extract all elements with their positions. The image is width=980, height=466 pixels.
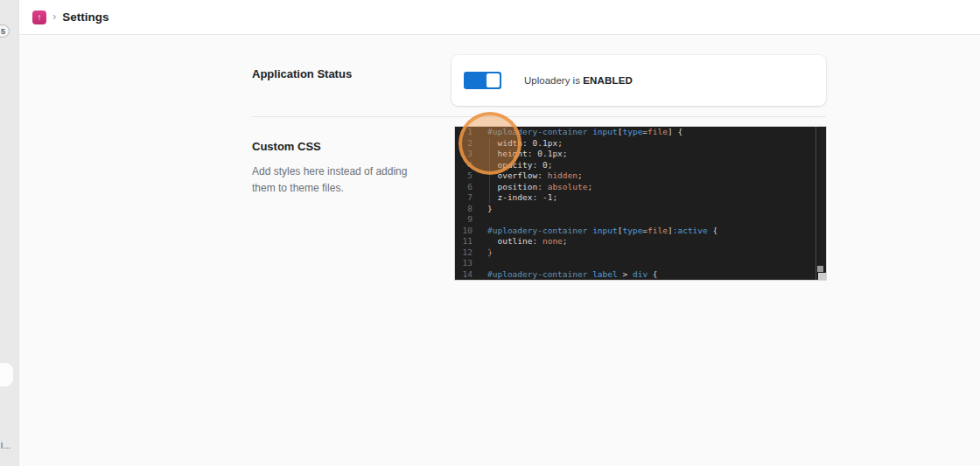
code-line: 3 height: 0.1px; xyxy=(455,149,826,160)
sidebar-strip: 5 l… xyxy=(0,0,19,466)
code-line: 8} xyxy=(455,204,826,215)
code-line: 14#uploadery-container label > div { xyxy=(455,269,826,281)
line-number: 14 xyxy=(455,269,472,281)
line-number: 6 xyxy=(455,182,472,193)
status-prefix: Uploadery is xyxy=(524,75,583,86)
code-editor-lines: 1#uploadery-container input[type=file] {… xyxy=(455,127,826,280)
custom-css-editor[interactable]: 1#uploadery-container input[type=file] {… xyxy=(455,127,826,280)
status-text: Uploadery is ENABLED xyxy=(524,75,633,86)
application-status-label: Application Status xyxy=(252,67,352,80)
code-line: 7 z-index: -1; xyxy=(455,192,826,204)
code-line: 2 width: 0.1px; xyxy=(455,138,826,150)
code-line: 11 outline: none; xyxy=(455,236,826,247)
settings-page: 5 l… ↑ › Settings Application Status Upl… xyxy=(0,0,980,466)
code-line: 4 opacity: 0; xyxy=(455,160,826,171)
breadcrumb-chevron-icon: › xyxy=(52,10,56,23)
status-toggle[interactable] xyxy=(464,72,501,89)
sidebar-truncated-text: l… xyxy=(1,442,11,450)
editor-scrollbar-thumb[interactable] xyxy=(817,266,823,272)
line-number: 9 xyxy=(455,214,472,226)
custom-css-label: Custom CSS xyxy=(252,140,321,153)
code-line: 1#uploadery-container input[type=file] { xyxy=(455,127,826,138)
section-divider xyxy=(252,116,826,117)
sidebar-count-badge: 5 xyxy=(0,24,10,38)
indent-guide xyxy=(489,138,490,204)
code-line: 6 position: absolute; xyxy=(455,182,826,193)
line-number: 7 xyxy=(455,192,472,204)
editor-resize-corner[interactable] xyxy=(818,273,826,280)
header-bar: ↑ › Settings xyxy=(19,0,980,35)
line-number: 2 xyxy=(455,138,472,150)
line-number: 11 xyxy=(455,236,472,247)
code-line: 5 overflow: hidden; xyxy=(455,170,826,182)
line-number: 12 xyxy=(455,247,472,259)
line-number: 8 xyxy=(455,204,472,215)
line-number: 4 xyxy=(455,160,472,171)
editor-scrollbar-track[interactable] xyxy=(816,127,816,280)
sidebar-partial-item[interactable] xyxy=(0,363,13,386)
line-number: 10 xyxy=(455,226,472,237)
line-number: 1 xyxy=(455,127,472,138)
line-number: 13 xyxy=(455,258,472,269)
code-line: 13 xyxy=(455,258,826,269)
application-status-card: Uploadery is ENABLED xyxy=(452,55,826,106)
line-number: 3 xyxy=(455,149,472,160)
code-line: 10#uploadery-container input[type=file]:… xyxy=(455,226,826,237)
code-line: 12} xyxy=(455,247,826,259)
toggle-knob xyxy=(486,73,500,87)
code-line: 9 xyxy=(455,214,826,226)
page-title: Settings xyxy=(62,10,108,24)
uploadery-logo-icon[interactable]: ↑ xyxy=(32,10,46,24)
custom-css-description: Add styles here instead of adding them t… xyxy=(252,163,431,197)
line-number: 5 xyxy=(455,170,472,182)
indent-guide xyxy=(489,247,490,258)
status-value: ENABLED xyxy=(583,75,633,86)
